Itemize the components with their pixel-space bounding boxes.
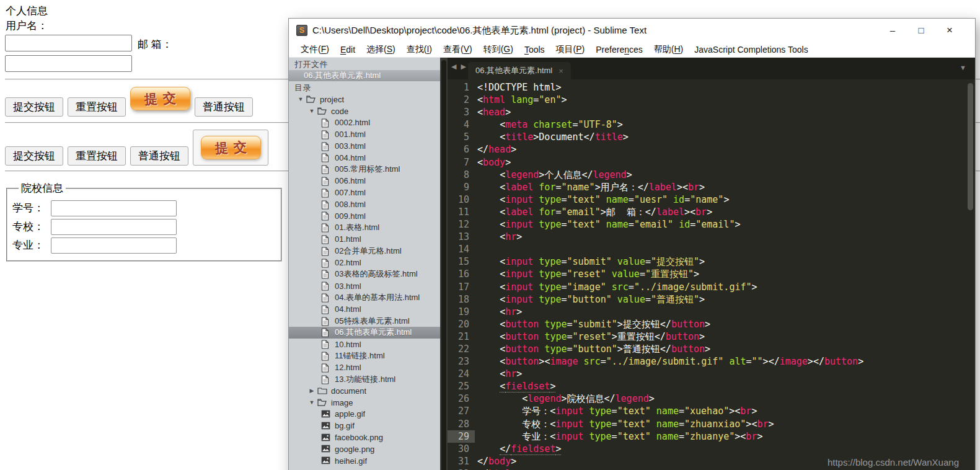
- submit-button[interactable]: 提交按钮: [5, 146, 63, 166]
- tree-file-0002.html[interactable]: 0002.html: [289, 117, 440, 129]
- code-line-25[interactable]: 25 <fieldset>: [448, 380, 975, 392]
- tree-file-facebook.png[interactable]: facebook.png: [289, 432, 440, 443]
- back-icon[interactable]: ◀: [451, 63, 457, 70]
- tree-file-008.html[interactable]: 008.html: [289, 198, 440, 210]
- tab-active[interactable]: 06.其他表单元素.html ×: [468, 62, 571, 79]
- image-submit-button[interactable]: 提交: [130, 87, 190, 110]
- menu-item-2[interactable]: Edit: [335, 45, 361, 55]
- email-input[interactable]: [5, 55, 132, 72]
- menu-item-8[interactable]: 项目(P): [550, 44, 591, 55]
- code-line-4[interactable]: 4 <meta charset="UTF-8">: [448, 118, 975, 131]
- code-line-32[interactable]: 32</html>: [448, 468, 975, 470]
- code-line-8[interactable]: 8 <legend>个人信息</legend>: [448, 169, 975, 181]
- code-line-13[interactable]: 13 <hr>: [448, 231, 975, 243]
- tree-file-13.功能链接.html[interactable]: 13.功能链接.html: [289, 373, 440, 385]
- sidebar-scrollbar[interactable]: [440, 58, 448, 470]
- code-line-19[interactable]: 19 <hr>: [448, 306, 975, 318]
- code-line-12[interactable]: 12 <input type="text" name="email" id="e…: [448, 218, 975, 231]
- tree-file-001.html[interactable]: 001.html: [289, 128, 440, 140]
- tree-file-04.表单的基本用法.html[interactable]: 04.表单的基本用法.html: [289, 292, 440, 304]
- tree-file-12.html[interactable]: 12.html: [289, 361, 440, 373]
- chevron-down-icon[interactable]: ▼: [306, 108, 317, 114]
- tree-file-01.html[interactable]: 01.html: [289, 234, 440, 246]
- close-button[interactable]: ×: [935, 19, 964, 42]
- tree-file-006.html[interactable]: 006.html: [289, 175, 440, 187]
- forward-icon[interactable]: ▶: [461, 63, 467, 70]
- code-line-22[interactable]: 22 <button type="button">普通按钮</button>: [448, 343, 975, 355]
- tab-overflow-icon[interactable]: ▼: [960, 64, 966, 71]
- tree-file-007.html[interactable]: 007.html: [289, 187, 440, 198]
- tree-file-11锚链接.html[interactable]: 11锚链接.html: [289, 350, 440, 362]
- tree-file-02.html[interactable]: 02.html: [289, 257, 440, 268]
- tree-folder-image[interactable]: ▼image: [289, 397, 440, 409]
- code-line-6[interactable]: 6</head>: [448, 143, 975, 156]
- code-line-2[interactable]: 2<html lang="en">: [448, 94, 975, 106]
- reset-button[interactable]: 重置按钮: [68, 146, 126, 166]
- code-line-10[interactable]: 10 <input type="text" name="uesr" id="na…: [448, 193, 975, 206]
- code-line-28[interactable]: 28 专校：<input type="text" name="zhuanxiao…: [448, 418, 975, 430]
- code-line-29[interactable]: 29 专业：<input type="text" name="zhuanye">…: [448, 430, 975, 443]
- tree-file-01.表格.html[interactable]: 01.表格.html: [289, 222, 440, 234]
- code-line-9[interactable]: 9 <label for="name">用户名：</label><br>: [448, 181, 975, 193]
- tree-file-apple.gif[interactable]: apple.gif: [289, 409, 440, 420]
- code-line-24[interactable]: 24 <hr>: [448, 368, 975, 380]
- tree-file-004.html[interactable]: 004.html: [289, 152, 440, 164]
- menu-item-1[interactable]: 文件(F): [295, 44, 335, 55]
- code-line-23[interactable]: 23 <button><image src="../image/submit.g…: [448, 355, 975, 368]
- menu-item-3[interactable]: 选择(S): [361, 44, 401, 55]
- open-file-item[interactable]: 06.其他表单元素.html: [289, 70, 440, 81]
- tree-file-google.png[interactable]: google.png: [289, 443, 440, 455]
- tree-folder-code[interactable]: ▼code: [289, 105, 440, 117]
- code-line-16[interactable]: 16 <input type="reset" value="重置按钮">: [448, 268, 975, 280]
- editor-scrollbar-thumb[interactable]: [968, 83, 973, 210]
- menu-item-9[interactable]: Preferences: [590, 45, 648, 55]
- minimize-button[interactable]: –: [878, 19, 907, 42]
- tree-folder-project[interactable]: ▼project: [289, 94, 440, 105]
- major-input[interactable]: [51, 237, 177, 254]
- tree-file-005.常用标签.html[interactable]: 005.常用标签.html: [289, 164, 440, 175]
- normal-input-button[interactable]: 普通按钮: [195, 97, 253, 117]
- code-line-30[interactable]: 30 </fieldset>: [448, 443, 975, 455]
- menu-item-10[interactable]: 帮助(H): [648, 44, 689, 55]
- tree-file-009.html[interactable]: 009.html: [289, 210, 440, 222]
- student-id-input[interactable]: [51, 200, 177, 216]
- tree-file-02合并单元格.html[interactable]: 02合并单元格.html: [289, 245, 440, 257]
- code-line-11[interactable]: 11 <label for="email">邮 箱：</label><br>: [448, 206, 975, 218]
- tab-history-icons[interactable]: ◀ ▶: [451, 63, 467, 71]
- tree-file-bg.gif[interactable]: bg.gif: [289, 420, 440, 432]
- tree-file-06.其他表单元素.html[interactable]: 06.其他表单元素.html: [289, 327, 440, 339]
- code-line-27[interactable]: 27 学号：<input type="text" name="xuehao"><…: [448, 405, 975, 417]
- tree-folder-document[interactable]: ▶document: [289, 385, 440, 397]
- chevron-down-icon[interactable]: ▼: [295, 96, 306, 102]
- tree-file-05特殊表单元素.html[interactable]: 05特殊表单元素.html: [289, 315, 440, 327]
- school-input[interactable]: [51, 219, 177, 235]
- code-line-20[interactable]: 20 <button type="submit">提交按钮</button>: [448, 318, 975, 330]
- code-line-7[interactable]: 7<body>: [448, 156, 975, 169]
- code-line-17[interactable]: 17 <input type="image" src="../image/sub…: [448, 281, 975, 293]
- code-line-21[interactable]: 21 <button type="reset">重置按钮</button>: [448, 330, 975, 343]
- code-line-3[interactable]: 3<head>: [448, 106, 975, 118]
- tree-file-10.html[interactable]: 10.html: [289, 339, 440, 350]
- menu-item-7[interactable]: Tools: [519, 45, 550, 55]
- maximize-button[interactable]: □: [907, 19, 935, 42]
- menu-item-5[interactable]: 查看(V): [438, 44, 478, 55]
- code-line-5[interactable]: 5 <title>Document</title>: [448, 131, 975, 143]
- chevron-down-icon[interactable]: ▼: [306, 399, 317, 406]
- tree-file-03表格的高级标签.html[interactable]: 03表格的高级标签.html: [289, 268, 440, 280]
- chevron-right-icon[interactable]: ▶: [306, 388, 317, 394]
- reset-input-button[interactable]: 重置按钮: [68, 97, 126, 117]
- titlebar[interactable]: S C:\Users\Dell\Desktop\project\code\06.…: [289, 19, 975, 42]
- code-line-15[interactable]: 15 <input type="submit" value="提交按钮">: [448, 255, 975, 268]
- menu-item-6[interactable]: 转到(G): [478, 44, 519, 55]
- submit-input-button[interactable]: 提交按钮: [5, 97, 63, 117]
- code-line-26[interactable]: 26 <legend>院校信息</legend>: [448, 392, 975, 405]
- code-line-18[interactable]: 18 <input type="button" value="普通按钮">: [448, 293, 975, 306]
- tab-close-icon[interactable]: ×: [558, 66, 563, 76]
- menu-item-4[interactable]: 查找(I): [401, 44, 438, 55]
- tree-file-003.html[interactable]: 003.html: [289, 140, 440, 152]
- code-line-1[interactable]: 1<!DOCTYPE html>: [448, 81, 975, 94]
- code-area[interactable]: 1<!DOCTYPE html>2<html lang="en">3<head>…: [448, 79, 975, 470]
- normal-button[interactable]: 普通按钮: [130, 146, 188, 166]
- username-input[interactable]: [5, 35, 132, 51]
- tree-file-04.html[interactable]: 04.html: [289, 303, 440, 315]
